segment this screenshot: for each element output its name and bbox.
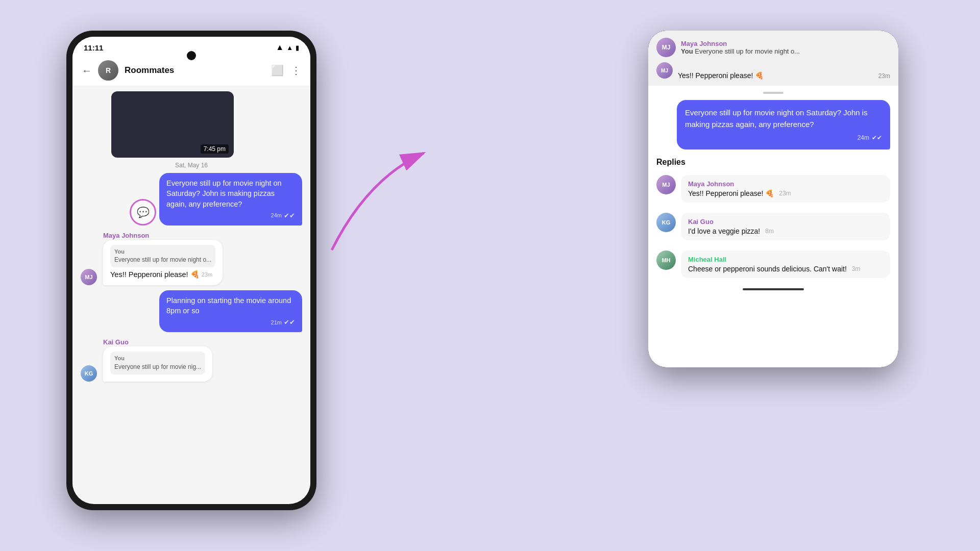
maya-reply-card: Maya Johnson You Everyone still up for m… xyxy=(103,231,223,285)
reply-item-maya: MJ Maya Johnson Yes!! Pepperoni please! … xyxy=(648,171,898,207)
bubble-time: 24m xyxy=(271,212,282,219)
right-top-msg-row: MJ Yes!! Pepperoni please! 🍕 23m xyxy=(656,62,890,80)
reply-kai-time: 8m xyxy=(765,228,774,235)
reply-micheal-time: 3m xyxy=(852,265,861,272)
maya-bubble: You Everyone still up for movie night o.… xyxy=(103,240,223,285)
reply-micheal-text: Cheese or pepperoni sounds delicious. Ca… xyxy=(688,265,883,273)
reply-item-micheal: MH Micheal Hall Cheese or pepperoni soun… xyxy=(648,246,898,282)
main-bubble: Everyone still up for movie night on Sat… xyxy=(677,100,890,149)
maya-avatar-space: MJ xyxy=(81,269,100,285)
kai-reply-row: KG Kai Guo You Everyone still up for mov… xyxy=(81,337,302,381)
reply-micheal-avatar: MH xyxy=(656,251,676,270)
chat-body: 7:45 pm Sat, May 16 💬 Everyone still up … xyxy=(72,86,310,497)
main-bubble-time: 24m xyxy=(857,133,869,142)
reply-maya-name: Maya Johnson xyxy=(688,180,883,188)
date-divider: Sat, May 16 xyxy=(81,162,302,169)
right-top-texts: Maya Johnson You Everyone still up for m… xyxy=(681,40,890,55)
main-bubble-text: Everyone still up for movie night on Sat… xyxy=(685,108,868,129)
reply-maya-time: 23m xyxy=(779,190,791,197)
outgoing-bubble: Everyone still up for movie night on Sat… xyxy=(159,173,302,226)
avatar: R xyxy=(98,60,118,81)
main-bubble-wrapper: Everyone still up for movie night on Sat… xyxy=(648,94,898,156)
reply-icon-circle: 💬 xyxy=(130,199,156,226)
reply-maya-text: Yes!! Pepperoni please! 🍕 23m xyxy=(688,189,883,197)
outgoing-message-row: 💬 Everyone still up for movie night on S… xyxy=(106,173,302,226)
maya-time: 23m xyxy=(202,271,212,279)
video-call-icon[interactable]: ⬜ xyxy=(271,64,284,77)
battery-icon: ▮ xyxy=(296,44,299,52)
reply-maya-bubble: Maya Johnson Yes!! Pepperoni please! 🍕 2… xyxy=(681,175,890,203)
planning-text: Planning on starting the movie around 8p… xyxy=(166,296,291,315)
chat-title: Roommates xyxy=(125,65,265,76)
kai-bubble: You Everyone still up for movie nig... xyxy=(103,346,212,381)
reply-micheal-bubble: Micheal Hall Cheese or pepperoni sounds … xyxy=(681,251,890,278)
video-time-badge: 7:45 pm xyxy=(201,144,229,154)
video-thumbnail: 7:45 pm xyxy=(111,91,234,158)
right-top-time: 23m xyxy=(878,72,890,80)
reply-kai-name: Kai Guo xyxy=(688,218,883,226)
reply-item-kai: KG Kai Guo I'd love a veggie pizza! 8m xyxy=(648,209,898,244)
planning-check: ✔✔ xyxy=(284,318,295,327)
reply-kai-avatar: KG xyxy=(656,213,676,232)
camera-dot xyxy=(187,51,196,60)
replies-label: Replies xyxy=(648,156,898,171)
maya-text: Yes!! Pepperoni please! 🍕 xyxy=(110,269,200,280)
more-options-icon[interactable]: ⋮ xyxy=(291,64,301,77)
right-top-section: MJ Maya Johnson You Everyone still up fo… xyxy=(648,31,898,86)
main-bubble-check: ✔✔ xyxy=(872,133,882,142)
reply-kai-text: I'd love a veggie pizza! 8m xyxy=(688,227,883,235)
kai-card: Kai Guo You Everyone still up for movie … xyxy=(103,337,212,381)
reply-kai-bubble: Kai Guo I'd love a veggie pizza! 8m xyxy=(681,213,890,240)
wifi-icon: ▲ xyxy=(276,43,284,52)
maya-reply-row: MJ Maya Johnson You Everyone still up fo… xyxy=(81,231,302,285)
status-icons: ▲ ▲ ▮ xyxy=(276,43,299,52)
status-time: 11:11 xyxy=(84,43,103,52)
kai-reply-preview: You Everyone still up for movie nig... xyxy=(110,352,205,374)
bottom-handle xyxy=(743,288,804,290)
right-phone: MJ Maya Johnson You Everyone still up fo… xyxy=(648,31,898,367)
avatar-initials: R xyxy=(106,66,111,74)
kai-avatar: KG xyxy=(81,365,97,382)
kai-name: Kai Guo xyxy=(103,338,129,346)
right-top-avatar: MJ xyxy=(656,38,676,57)
main-bubble-meta: 24m ✔✔ xyxy=(685,133,882,142)
left-phone: 11:11 ▲ ▲ ▮ ← R Roommates ⬜ ⋮ 7:45 pm xyxy=(66,31,316,510)
planning-meta: 21m ✔✔ xyxy=(166,318,295,327)
maya-name: Maya Johnson xyxy=(103,232,149,239)
maya-avatar: MJ xyxy=(81,269,97,285)
reply-maya-avatar: MJ xyxy=(656,175,676,194)
back-button[interactable]: ← xyxy=(82,65,92,77)
outgoing-text: Everyone still up for movie night on Sat… xyxy=(166,179,282,208)
signal-icon: ▲ xyxy=(286,44,293,52)
check-icon: ✔✔ xyxy=(284,211,295,220)
planning-message-row: Planning on starting the movie around 8p… xyxy=(106,290,302,333)
kai-avatar-space: KG xyxy=(81,365,100,382)
header-actions: ⬜ ⋮ xyxy=(271,64,301,77)
bubble-meta: 24m ✔✔ xyxy=(166,211,295,220)
right-top-incoming-avatar: MJ xyxy=(656,62,673,79)
reply-preview: You Everyone still up for movie night o.… xyxy=(110,245,215,267)
right-top-name: Maya Johnson xyxy=(681,40,890,47)
right-top-incoming-text: Yes!! Pepperoni please! 🍕 xyxy=(678,71,869,80)
planning-time: 21m xyxy=(271,319,282,327)
reply-micheal-name: Micheal Hall xyxy=(688,256,883,263)
right-top-preview: You Everyone still up for movie night o.… xyxy=(681,47,890,55)
bottom-sheet: Everyone still up for movie night on Sat… xyxy=(648,86,898,367)
reply-chat-icon: 💬 xyxy=(137,206,150,218)
planning-bubble: Planning on starting the movie around 8p… xyxy=(159,290,302,333)
right-top-header: MJ Maya Johnson You Everyone still up fo… xyxy=(656,38,890,57)
